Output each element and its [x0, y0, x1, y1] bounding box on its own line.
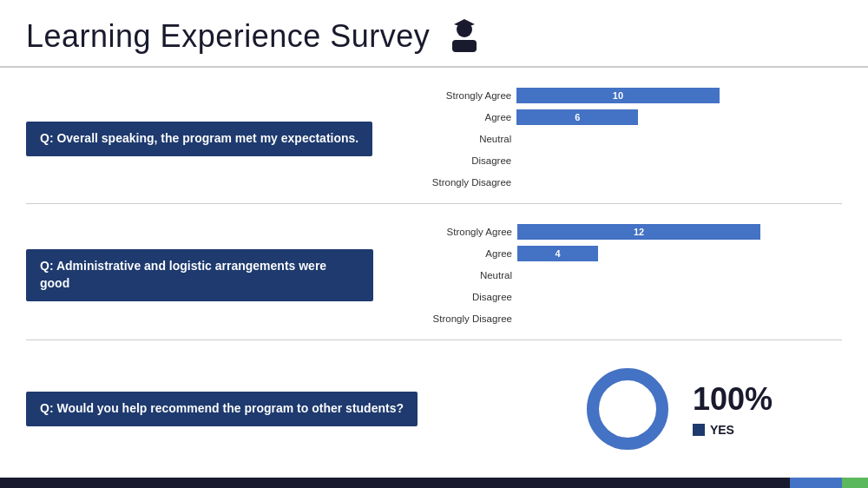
page-footer — [0, 478, 868, 488]
footer-green — [842, 478, 868, 488]
main-content: Q: Overall speaking, the program met my … — [0, 68, 868, 478]
bar-row: Disagree — [407, 151, 842, 170]
bar-label: Neutral — [407, 134, 511, 144]
bar-label: Agree — [408, 248, 512, 259]
bar-row: Strongly Disagree — [408, 309, 842, 328]
svg-rect-3 — [464, 24, 465, 30]
question-box-3: Q: Would you help recommend the program … — [26, 392, 418, 426]
question-section-3: Q: Would you help recommend the program … — [26, 340, 842, 478]
bar: 10 — [516, 88, 719, 103]
bar-row: Disagree — [408, 287, 842, 307]
bar-row: Strongly Agree10 — [407, 86, 842, 105]
bar-label: Strongly Disagree — [407, 177, 511, 188]
bar-label: Strongly Agree — [408, 227, 512, 237]
svg-point-6 — [603, 385, 652, 433]
page-header: Learning Experience Survey — [0, 0, 868, 68]
bar-row: Strongly Agree12 — [408, 222, 842, 241]
bar: 12 — [517, 224, 760, 240]
bar-container: 4 — [517, 246, 842, 261]
bar-row: Agree6 — [407, 108, 842, 127]
page-title: Learning Experience Survey — [26, 18, 430, 55]
bar-label: Strongly Disagree — [408, 313, 512, 324]
donut-percent: 100% — [693, 381, 773, 418]
legend-square — [693, 424, 705, 436]
bar-label: Disagree — [407, 155, 511, 166]
donut-chart — [580, 361, 675, 457]
chart-area-1: Strongly Agree10Agree6NeutralDisagreeStr… — [407, 83, 842, 195]
question-section-1: Q: Overall speaking, the program met my … — [26, 68, 842, 204]
question-section-2: Q: Administrative and logistic arrangeme… — [26, 204, 842, 340]
bar: 6 — [516, 109, 638, 125]
bar-label: Agree — [407, 112, 511, 122]
bar: 4 — [517, 246, 598, 261]
question-box-1: Q: Overall speaking, the program met my … — [26, 122, 372, 156]
bar-row: Strongly Disagree — [407, 173, 842, 192]
bar-container: 6 — [516, 109, 842, 125]
donut-area: 100% YES — [580, 361, 773, 457]
chart-area-2: Strongly Agree12Agree4NeutralDisagreeStr… — [408, 220, 842, 331]
footer-dark — [0, 478, 790, 488]
donut-label: YES — [693, 423, 773, 437]
svg-rect-1 — [452, 40, 477, 52]
footer-blue — [790, 478, 842, 488]
bar-row: Agree4 — [408, 244, 842, 263]
bar-label: Strongly Agree — [407, 90, 511, 101]
person-icon — [444, 16, 485, 57]
question-box-2: Q: Administrative and logistic arrangeme… — [26, 249, 373, 300]
bar-label: Neutral — [408, 270, 512, 280]
bar-label: Disagree — [408, 292, 512, 302]
bar-row: Neutral — [408, 266, 842, 285]
bar-row: Neutral — [407, 129, 842, 148]
legend-text: YES — [710, 423, 734, 437]
bar-container: 10 — [516, 88, 842, 103]
donut-legend: 100% YES — [693, 381, 773, 437]
bar-container: 12 — [517, 224, 842, 240]
